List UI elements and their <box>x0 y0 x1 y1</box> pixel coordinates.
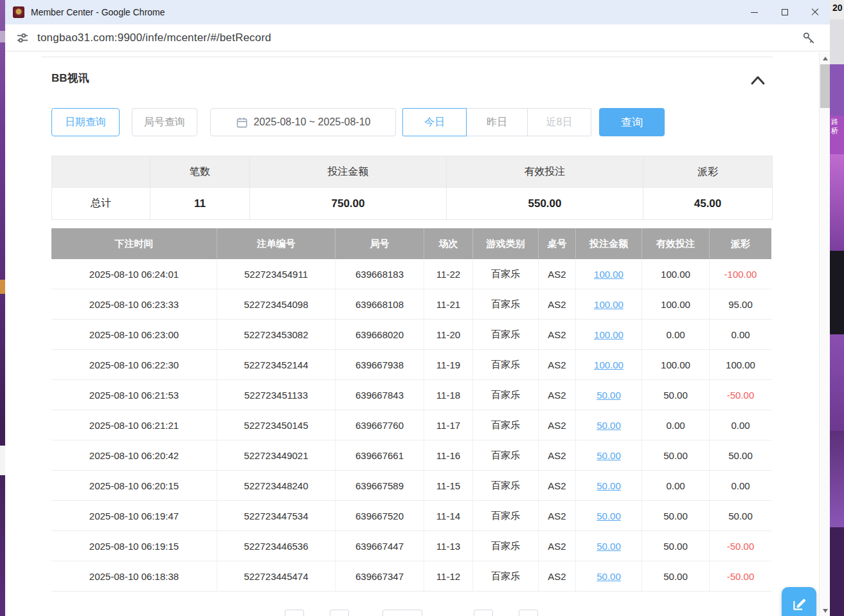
table-cell: 百家乐 <box>473 289 539 319</box>
desktop-right-edge: 20 路桥 <box>830 0 844 616</box>
password-key-icon[interactable] <box>802 31 816 45</box>
pagination-button[interactable] <box>285 610 304 616</box>
desktop-qr-fragment <box>0 446 5 475</box>
summary-header-cell: 投注金额 <box>250 156 447 187</box>
edit-icon <box>791 596 807 613</box>
table-header-cell: 桌号 <box>539 228 576 259</box>
table-cell: 100.00 <box>642 289 710 319</box>
desktop-fragment <box>830 251 844 334</box>
round-query-button[interactable]: 局号查询 <box>132 108 197 136</box>
table-cell: 11-15 <box>424 471 473 500</box>
table-cell: AS2 <box>539 350 576 379</box>
maximize-button[interactable] <box>769 0 800 24</box>
table-cell: 100.00 <box>642 259 710 289</box>
pagination-page-select[interactable] <box>382 610 422 616</box>
desktop-fragment <box>830 64 844 116</box>
table-row: 2025-08-10 06:24:01522723454911639668183… <box>51 259 771 289</box>
table-cell: 639667661 <box>336 440 424 470</box>
table-cell: 2025-08-10 06:23:33 <box>51 289 217 319</box>
table-cell: 2025-08-10 06:21:21 <box>51 410 217 440</box>
table-cell: AS2 <box>539 531 576 561</box>
table-cell: 50.00 <box>710 501 771 530</box>
bet-amount-link[interactable]: 50.00 <box>576 380 642 410</box>
table-cell: -100.00 <box>710 259 771 289</box>
table-cell: 2025-08-10 06:18:38 <box>51 561 217 591</box>
bet-table-body: 2025-08-10 06:24:01522723454911639668183… <box>51 259 771 592</box>
pagination-button[interactable] <box>330 610 349 616</box>
summary-total-label: 总计 <box>52 188 150 219</box>
table-cell: 0.00 <box>642 320 710 349</box>
close-button[interactable] <box>800 0 830 24</box>
scroll-up-arrow[interactable] <box>820 53 831 64</box>
table-row: 2025-08-10 06:23:00522723453082639668020… <box>51 320 771 350</box>
desktop-fragment <box>830 431 844 527</box>
date-range-input[interactable]: 2025-08-10 ~ 2025-08-10 <box>210 108 396 136</box>
url-text[interactable]: tongbao31.com:9900/infe/mcenter/#/betRec… <box>37 32 271 44</box>
date-query-button[interactable]: 日期查询 <box>51 108 120 136</box>
table-cell: AS2 <box>539 289 576 319</box>
table-header-cell: 有效投注 <box>642 228 710 259</box>
summary-total-row: 总计 11 750.00 550.00 45.00 <box>52 188 772 219</box>
bet-amount-link[interactable]: 50.00 <box>576 501 642 530</box>
tune-icon[interactable] <box>15 31 30 45</box>
bet-amount-link[interactable]: 50.00 <box>576 471 642 500</box>
table-cell: 639668108 <box>336 289 424 319</box>
window-title: Member Center - Google Chrome <box>31 7 165 17</box>
table-cell: AS2 <box>539 380 576 410</box>
table-cell: 50.00 <box>710 440 771 470</box>
table-cell: AS2 <box>539 440 576 470</box>
table-cell: 639668020 <box>336 320 424 349</box>
pagination-button[interactable] <box>519 610 538 616</box>
table-cell: 2025-08-10 06:20:15 <box>51 471 217 500</box>
table-cell: 11-22 <box>424 259 473 289</box>
bet-amount-link[interactable]: 100.00 <box>576 350 642 379</box>
table-cell: 522723454098 <box>217 289 336 319</box>
bet-amount-link[interactable]: 50.00 <box>576 440 642 470</box>
table-cell: 50.00 <box>642 561 710 591</box>
scrollbar-thumb[interactable] <box>820 64 830 108</box>
collapse-chevron-up-icon[interactable] <box>748 73 768 87</box>
summary-payout: 45.00 <box>643 188 772 219</box>
bet-amount-link[interactable]: 100.00 <box>576 320 642 349</box>
table-cell: 2025-08-10 06:23:00 <box>51 320 217 349</box>
table-header-cell: 下注时间 <box>51 228 217 259</box>
table-row: 2025-08-10 06:20:42522723449021639667661… <box>51 440 771 471</box>
summary-header-row: 笔数 投注金额 有效投注 派彩 <box>52 156 772 188</box>
table-row: 2025-08-10 06:21:53522723451133639667843… <box>51 380 771 410</box>
desktop-fragment <box>830 334 844 431</box>
table-cell: 百家乐 <box>473 410 539 440</box>
last-8-days-button[interactable]: 近8日 <box>527 108 591 136</box>
table-cell: 0.00 <box>642 410 710 440</box>
table-cell: 639668183 <box>336 259 424 289</box>
edit-fab-button[interactable] <box>782 587 816 616</box>
section-title: BB视讯 <box>51 71 89 86</box>
table-cell: 522723445474 <box>217 561 336 591</box>
table-row: 2025-08-10 06:19:15522723446536639667447… <box>51 531 771 561</box>
table-cell: 100.00 <box>642 350 710 379</box>
table-cell: 百家乐 <box>473 561 539 591</box>
table-cell: 50.00 <box>642 501 710 530</box>
search-button[interactable]: 查询 <box>599 108 665 136</box>
table-cell: -50.00 <box>710 561 771 591</box>
scroll-down-arrow[interactable] <box>820 605 831 616</box>
today-button[interactable]: 今日 <box>402 108 467 136</box>
screen: 20 路桥 Member Center - Google Chrome <box>0 0 844 616</box>
bet-amount-link[interactable]: 100.00 <box>576 259 642 289</box>
table-cell: 522723454911 <box>217 259 336 289</box>
desktop-text-fragment: 路桥 <box>830 116 844 154</box>
desktop-fragment <box>830 154 844 251</box>
table-cell: 0.00 <box>710 471 771 500</box>
table-cell: 2025-08-10 06:19:47 <box>51 501 217 530</box>
bet-amount-link[interactable]: 50.00 <box>576 561 642 591</box>
yesterday-button[interactable]: 昨日 <box>466 108 528 136</box>
table-cell: 50.00 <box>642 531 710 561</box>
minimize-button[interactable] <box>739 0 769 24</box>
bet-amount-link[interactable]: 100.00 <box>576 289 642 319</box>
scrollbar[interactable] <box>819 53 830 616</box>
bet-amount-link[interactable]: 50.00 <box>576 531 642 561</box>
quick-range-group: 今日 昨日 近8日 <box>402 108 591 136</box>
table-cell: AS2 <box>539 561 576 591</box>
table-cell: 百家乐 <box>473 471 539 500</box>
pagination-button[interactable] <box>474 610 493 616</box>
bet-amount-link[interactable]: 50.00 <box>576 410 642 440</box>
